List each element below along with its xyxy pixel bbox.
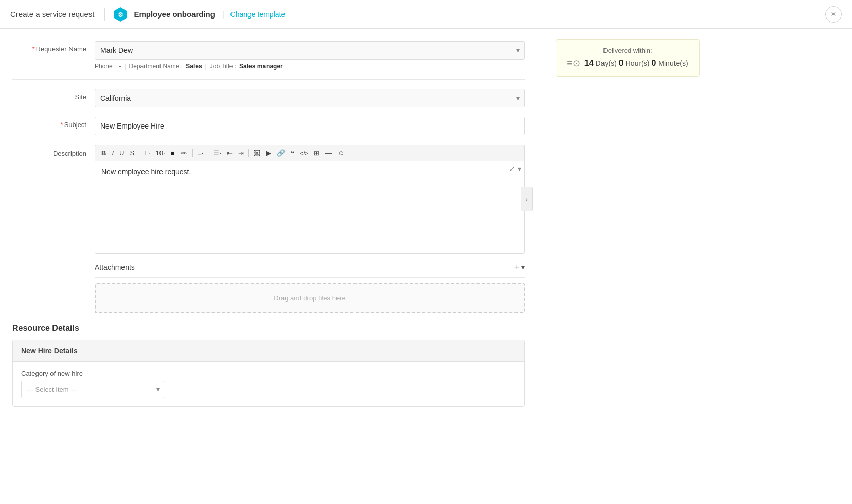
category-select[interactable]: --- Select Item --- [21,381,165,398]
template-icon: ⚙ [112,6,129,23]
form-area: *Requester Name Mark Dew Phone : - | Dep… [0,29,545,419]
requester-row: *Requester Name Mark Dew Phone : - | Dep… [12,41,525,70]
phone-value: - [119,63,121,70]
department-value: Sales [186,63,202,70]
bold-btn[interactable]: B [99,148,108,158]
description-row: Description B I U S F· 10· ■ ✏· ≡· [12,145,525,254]
site-select-wrapper: California [95,89,525,107]
list-btn[interactable]: ☰· [211,148,223,158]
toolbar-sep4 [248,149,249,157]
plus-icon: + [514,263,519,272]
jobtitle-label: Job Title : [210,63,236,70]
fullscreen-btn[interactable]: ⤢ [509,165,516,173]
collapse-btn[interactable]: ▾ [518,165,521,173]
jobtitle-value: Sales manager [239,63,283,70]
description-content: New employee hire request. [101,168,518,176]
expand-arrow[interactable]: › [521,187,533,211]
site-row: Site California [12,89,525,107]
video-btn[interactable]: ▶ [264,148,273,158]
quote-btn[interactable]: ❝ [289,148,296,158]
resource-section-header: New Hire Details [13,340,524,362]
required-star: * [32,45,35,53]
modal-body: *Requester Name Mark Dew Phone : - | Dep… [0,29,852,419]
subject-label: *Subject [12,117,95,129]
link-btn[interactable]: 🔗 [275,148,287,158]
resource-details-section: Resource Details New Hire Details Catego… [12,323,525,407]
pipe-separator: | [222,10,224,19]
resource-details-title: Resource Details [12,323,525,333]
italic-btn[interactable]: I [110,148,116,158]
requester-meta: Phone : - | Department Name : Sales | Jo… [95,63,525,70]
sidebar-area: Delivered within: ≡⊙ 14 Day(s) 0 Hour(s)… [545,29,710,419]
sla-clock-icon: ≡⊙ [567,58,580,69]
site-wrapper: California [95,89,525,107]
emoji-btn[interactable]: ☺ [335,148,346,158]
drop-zone[interactable]: Drag and drop files here [95,283,525,313]
sla-days-num: 14 [584,59,594,68]
hr-btn[interactable]: — [323,148,334,158]
site-label: Site [12,89,95,101]
color-btn[interactable]: ■ [169,148,177,158]
editor-controls: ⤢ ▾ [509,165,521,173]
toolbar-sep2 [192,149,193,157]
close-button[interactable]: × [825,6,842,23]
drop-zone-text: Drag and drop files here [274,294,345,302]
phone-label: Phone : [95,63,116,70]
requester-select-wrapper: Mark Dew [95,41,525,60]
subject-input[interactable] [95,117,525,135]
code-btn[interactable]: </> [298,149,310,157]
description-label: Description [12,145,95,157]
attachments-section: Attachments + ▾ Drag and drop files here [95,263,525,313]
underline-btn[interactable]: U [117,148,126,158]
modal-header: Create a service request ⚙ Employee onbo… [0,0,852,29]
section-divider-1 [12,79,525,80]
attachments-label: Attachments [95,263,135,272]
sla-values: ≡⊙ 14 Day(s) 0 Hour(s) 0 Minute(s) [566,58,689,69]
subject-required-star: * [61,121,63,129]
meta-sep1: | [124,63,126,70]
subject-wrapper [95,117,525,135]
expand-icon: ▾ [521,263,525,272]
category-label: Category of new hire [21,370,516,377]
indent-btn[interactable]: ⇥ [236,148,246,158]
strikethrough-btn[interactable]: S [128,148,136,158]
table-btn[interactable]: ⊞ [312,148,322,158]
sla-box: Delivered within: ≡⊙ 14 Day(s) 0 Hour(s)… [556,39,700,77]
add-attachment-btn[interactable]: + ▾ [514,263,525,272]
requester-wrapper: Mark Dew Phone : - | Department Name : S… [95,41,525,70]
description-editor[interactable]: New employee hire request. ⤢ ▾ [95,161,525,254]
subject-row: *Subject [12,117,525,135]
highlight-btn[interactable]: ✏· [179,148,190,158]
description-toolbar: B I U S F· 10· ■ ✏· ≡· ☰· ⇤ ⇥ [95,145,525,161]
sla-days-unit: Day(s) [596,59,617,67]
description-wrapper: B I U S F· 10· ■ ✏· ≡· ☰· ⇤ ⇥ [95,145,525,254]
toolbar-sep1 [139,149,139,157]
sla-minutes-num: 0 [651,59,656,68]
category-select-wrapper: --- Select Item --- [21,381,165,398]
svg-text:⚙: ⚙ [118,11,123,19]
department-label: Department Name : [129,63,183,70]
attachments-header: Attachments + ▾ [95,263,525,278]
toolbar-sep3 [208,149,208,157]
resource-section: New Hire Details Category of new hire --… [12,340,525,407]
font-btn[interactable]: F· [142,148,152,158]
outdent-btn[interactable]: ⇤ [225,148,235,158]
header-divider [104,8,105,21]
fontsize-btn[interactable]: 10· [154,148,167,158]
sla-label: Delivered within: [566,47,689,55]
requester-select[interactable]: Mark Dew [95,41,525,60]
sla-minutes-unit: Minute(s) [658,59,688,67]
image-btn[interactable]: 🖼 [252,148,262,158]
align-btn[interactable]: ≡· [196,148,205,158]
modal-container: Create a service request ⚙ Employee onbo… [0,0,852,504]
template-name: Employee onboarding [134,10,215,19]
resource-section-body: Category of new hire --- Select Item --- [13,362,524,406]
site-select[interactable]: California [95,89,525,107]
sla-hours-unit: Hour(s) [626,59,650,67]
requester-label: *Requester Name [12,41,95,53]
meta-sep2: | [205,63,207,70]
sla-hours-num: 0 [619,59,624,68]
modal-title: Create a service request [10,10,94,19]
change-template-link[interactable]: Change template [230,10,286,19]
